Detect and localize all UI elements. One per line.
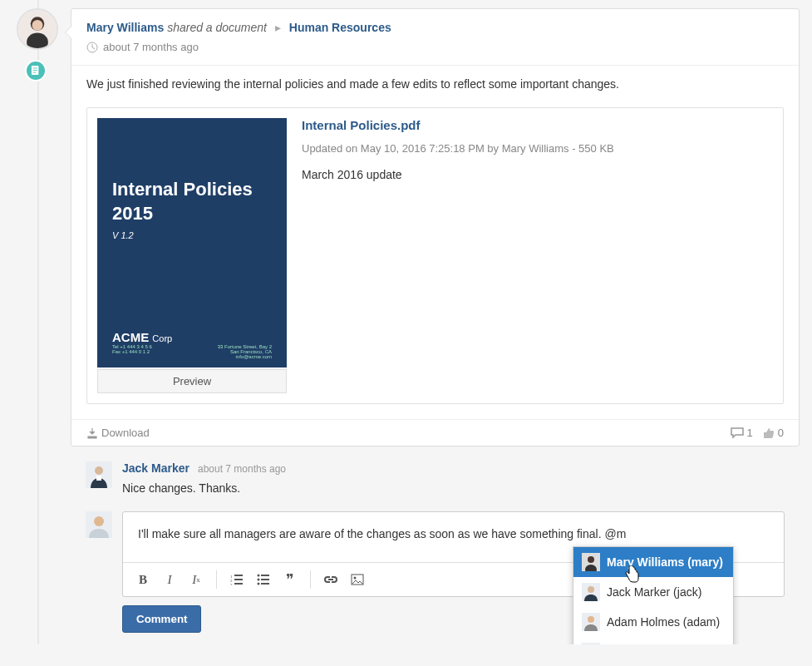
mention-dropdown: Mary Williams (mary) Jack Marker (jack) … bbox=[573, 546, 734, 644]
post-card: Mary Williams shared a document ▸ Human … bbox=[71, 8, 800, 446]
clock-icon bbox=[86, 42, 98, 53]
location-link[interactable]: Human Resources bbox=[289, 21, 391, 34]
activity-badge-icon bbox=[25, 60, 47, 81]
author-link[interactable]: Mary Williams bbox=[86, 21, 164, 34]
svg-rect-21 bbox=[582, 643, 600, 644]
bold-button[interactable]: B bbox=[131, 568, 155, 591]
attachment-title-link[interactable]: Internal Policies.pdf bbox=[302, 118, 421, 132]
comment-editor[interactable]: I'll make sure all managers are aware of… bbox=[122, 511, 785, 597]
breadcrumb-separator-icon: ▸ bbox=[275, 21, 281, 34]
svg-rect-30 bbox=[261, 575, 269, 576]
comment-count[interactable]: 1 bbox=[731, 427, 753, 439]
svg-rect-26 bbox=[234, 579, 243, 580]
mention-option[interactable]: Adam Holmes (adam) bbox=[573, 607, 733, 637]
quote-button[interactable]: ❞ bbox=[278, 568, 302, 591]
svg-point-10 bbox=[95, 466, 103, 475]
svg-rect-7 bbox=[33, 72, 36, 73]
svg-point-31 bbox=[258, 579, 260, 581]
svg-point-33 bbox=[258, 583, 260, 585]
svg-rect-5 bbox=[33, 68, 37, 69]
commenter-avatar[interactable] bbox=[86, 461, 112, 488]
separator bbox=[310, 570, 311, 589]
svg-point-20 bbox=[588, 616, 594, 623]
mention-option[interactable]: Jack Marker (jack) bbox=[573, 577, 733, 607]
cursor-icon bbox=[624, 565, 641, 584]
italic-button[interactable]: I bbox=[158, 568, 181, 591]
post-header: Mary Williams shared a document ▸ Human … bbox=[71, 9, 799, 66]
commenter-link[interactable]: Jack Marker bbox=[122, 461, 189, 475]
svg-point-15 bbox=[588, 556, 594, 563]
link-button[interactable] bbox=[319, 568, 342, 591]
svg-rect-6 bbox=[33, 70, 37, 71]
download-button[interactable]: Download bbox=[86, 427, 150, 439]
svg-point-36 bbox=[354, 577, 357, 580]
svg-text:3: 3 bbox=[230, 583, 233, 585]
current-user-avatar[interactable] bbox=[86, 511, 112, 538]
post-timestamp: about 7 months ago bbox=[103, 41, 199, 53]
preview-button[interactable]: Preview bbox=[97, 369, 287, 393]
svg-point-13 bbox=[94, 516, 104, 526]
svg-rect-11 bbox=[96, 476, 101, 481]
svg-rect-24 bbox=[234, 575, 243, 576]
unordered-list-button[interactable] bbox=[252, 568, 275, 591]
attachment-meta: Updated on May 10, 2016 7:25:18 PM by Ma… bbox=[302, 142, 614, 155]
post-body: We just finished reviewing the internal … bbox=[71, 66, 799, 102]
svg-rect-32 bbox=[261, 579, 269, 580]
mention-option[interactable]: James Potter (james) bbox=[573, 637, 733, 644]
comment-text: Nice changes. Thanks. bbox=[122, 481, 286, 495]
svg-point-29 bbox=[258, 575, 260, 577]
reply-box: I'll make sure all managers are aware of… bbox=[71, 508, 800, 636]
comment-timestamp: about 7 months ago bbox=[198, 463, 286, 475]
attachment-panel: Internal Policies2015 V 1.2 ACME Corp Te… bbox=[86, 107, 784, 404]
comment-item: Jack Markerabout 7 months ago Nice chang… bbox=[71, 458, 800, 498]
author-avatar[interactable] bbox=[17, 8, 58, 50]
document-thumbnail[interactable]: Internal Policies2015 V 1.2 ACME Corp Te… bbox=[97, 118, 287, 368]
image-button[interactable] bbox=[346, 568, 369, 591]
ordered-list-button[interactable]: 123 bbox=[225, 568, 249, 591]
like-count[interactable]: 0 bbox=[763, 427, 784, 439]
svg-point-18 bbox=[588, 586, 594, 593]
clear-format-button[interactable]: Ix bbox=[185, 568, 208, 591]
svg-rect-34 bbox=[261, 583, 269, 585]
post-footer: Download 1 0 bbox=[71, 419, 799, 446]
mention-option[interactable]: Mary Williams (mary) bbox=[573, 547, 733, 577]
submit-comment-button[interactable]: Comment bbox=[122, 605, 201, 633]
post-action: shared a document bbox=[167, 21, 267, 34]
attachment-description: March 2016 update bbox=[302, 168, 614, 181]
svg-rect-28 bbox=[234, 583, 243, 585]
svg-point-3 bbox=[32, 20, 43, 31]
separator bbox=[216, 570, 217, 589]
